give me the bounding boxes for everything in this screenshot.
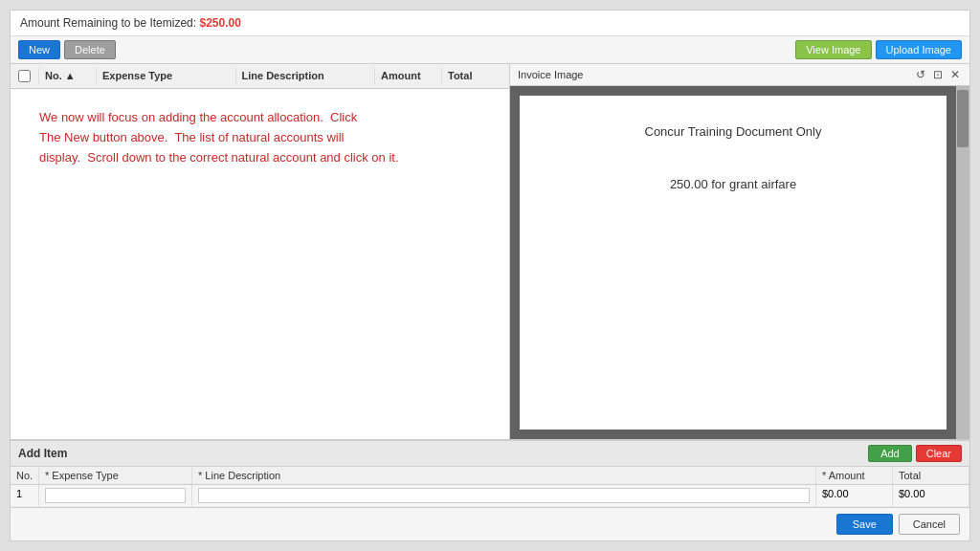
toolbar: New Delete View Image Upload Image <box>11 36 969 64</box>
col-expense-type-header: * Expense Type <box>39 467 192 484</box>
add-item-row: 1 $0.00 $0.00 <box>11 485 969 507</box>
resize-icon[interactable]: ⊡ <box>931 68 945 81</box>
row-expense-type <box>39 485 192 507</box>
line-description-input[interactable] <box>198 488 810 503</box>
col-total-header: Total <box>893 467 969 484</box>
upload-image-button[interactable]: Upload Image <box>876 40 963 59</box>
add-item-section: Add Item Add Clear No. * Expense Type * … <box>11 439 969 507</box>
col-amount: Amount <box>375 68 442 84</box>
add-item-label: Add Item <box>18 447 67 460</box>
invoice-doc-line1: Concur Training Document Only <box>558 124 908 139</box>
scroll-thumb[interactable] <box>957 90 969 147</box>
cancel-button[interactable]: Cancel <box>899 514 960 535</box>
col-line-description: Line Description <box>236 68 376 84</box>
clear-button[interactable]: Clear <box>916 445 962 462</box>
invoice-header-icons: ↺ ⊡ ✕ <box>914 68 962 81</box>
view-image-button[interactable]: View Image <box>795 40 871 59</box>
save-button[interactable]: Save <box>836 514 893 535</box>
invoice-panel: Invoice Image ↺ ⊡ ✕ Concur Training Docu… <box>510 64 969 439</box>
expense-type-input[interactable] <box>45 488 186 503</box>
row-amount: $0.00 <box>816 485 893 507</box>
invoice-image-area: Concur Training Document Only 250.00 for… <box>510 86 956 439</box>
row-no: 1 <box>11 485 39 507</box>
col-amount-header: * Amount <box>816 467 893 484</box>
invoice-title: Invoice Image <box>518 69 583 80</box>
col-expense-type: Expense Type <box>97 68 236 84</box>
table-header: No. ▲ Expense Type Line Description Amou… <box>11 64 509 89</box>
line-desc-label: * Line Description <box>198 470 280 481</box>
add-item-header: Add Item Add Clear <box>11 441 969 467</box>
amount-remaining-value: $250.00 <box>199 16 240 30</box>
invoice-scrollbar[interactable] <box>956 86 969 439</box>
row-total: $0.00 <box>893 485 969 507</box>
footer-bar: Save Cancel <box>11 507 969 540</box>
refresh-icon[interactable]: ↺ <box>914 68 927 81</box>
checkbox-col <box>11 68 39 84</box>
left-panel: No. ▲ Expense Type Line Description Amou… <box>11 64 510 439</box>
content-area: No. ▲ Expense Type Line Description Amou… <box>11 64 969 439</box>
close-icon[interactable]: ✕ <box>948 68 962 81</box>
row-line-description <box>192 485 816 507</box>
add-item-buttons: Add Clear <box>868 445 962 462</box>
add-item-cols: No. * Expense Type * Line Description * … <box>11 467 969 485</box>
col-no-header: No. <box>11 467 39 484</box>
select-all-checkbox[interactable] <box>18 70 31 82</box>
col-total: Total <box>442 68 509 84</box>
col-no: No. ▲ <box>39 68 97 84</box>
add-item-table: No. * Expense Type * Line Description * … <box>11 467 969 507</box>
new-button[interactable]: New <box>18 40 60 59</box>
expense-type-label: * Expense Type <box>45 470 119 481</box>
instruction-text: We now will focus on adding the account … <box>39 108 399 167</box>
invoice-header: Invoice Image ↺ ⊡ ✕ <box>510 64 969 86</box>
invoice-doc-line2: 250.00 for grant airfare <box>558 177 908 191</box>
invoice-document: Concur Training Document Only 250.00 for… <box>520 96 947 430</box>
delete-button[interactable]: Delete <box>64 40 116 59</box>
col-line-desc-header: * Line Description <box>192 467 816 484</box>
instruction-area: We now will focus on adding the account … <box>11 89 509 439</box>
amount-remaining-bar: Amount Remaining to be Itemized: $250.00 <box>11 11 969 36</box>
amount-remaining-label: Amount Remaining to be Itemized: <box>20 16 196 30</box>
amount-label: * Amount <box>822 470 865 481</box>
add-button[interactable]: Add <box>868 445 912 462</box>
